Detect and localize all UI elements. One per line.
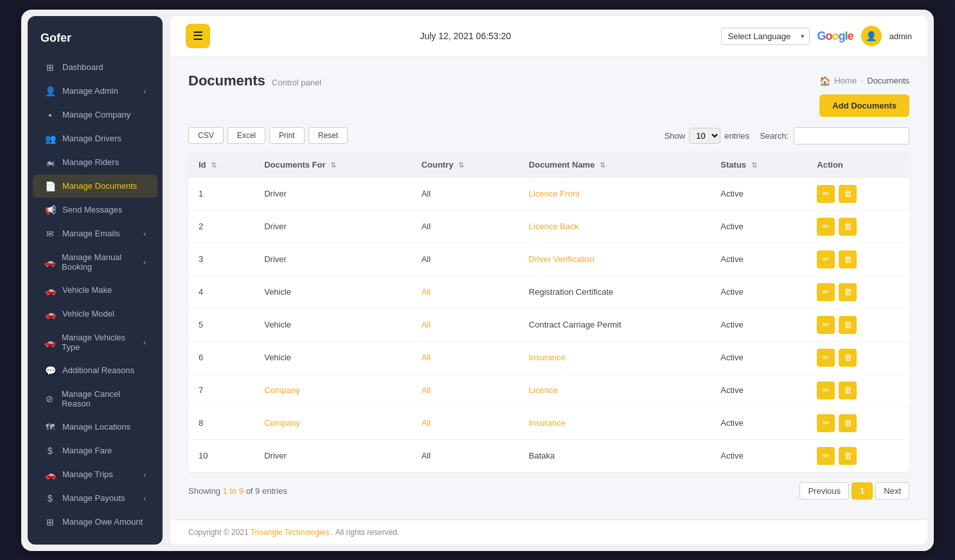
search-input[interactable] xyxy=(794,127,909,144)
delete-button[interactable]: 🗑 xyxy=(839,349,857,367)
footer-text: Copyright © 2021 xyxy=(188,528,251,537)
footer-link[interactable]: Trioangle Technologies xyxy=(251,528,330,537)
sidebar-icon: 📢 xyxy=(44,205,56,215)
topbar: ☰ July 12, 2021 06:53:20 Select Language… xyxy=(170,16,927,57)
prev-button[interactable]: Previous xyxy=(799,482,849,500)
sidebar-item-send-messages[interactable]: 📢 Send Messages xyxy=(33,198,157,222)
sidebar-item-label: Manage Emails xyxy=(62,229,120,238)
table-row: 2 Driver All Licence Back Active ✏ 🗑 xyxy=(188,210,909,243)
sidebar-icon: ⊞ xyxy=(44,517,56,527)
delete-button[interactable]: 🗑 xyxy=(839,283,857,301)
excel-button[interactable]: Excel xyxy=(228,127,265,144)
delete-button[interactable]: 🗑 xyxy=(839,381,857,399)
cell-id: 6 xyxy=(188,341,254,374)
sidebar-icon: 🏍 xyxy=(44,157,56,168)
hamburger-icon: ☰ xyxy=(193,29,203,43)
cell-country: All xyxy=(411,177,519,210)
table-header-row: Id ⇅ Documents For ⇅ Country ⇅ Document … xyxy=(188,152,909,178)
delete-button[interactable]: 🗑 xyxy=(839,447,857,465)
sidebar-item-manage-admin[interactable]: 👤 Manage Admin ‹ xyxy=(33,80,157,103)
sidebar-item-manage-payouts[interactable]: $ Manage Payouts ‹ xyxy=(33,487,157,510)
delete-button[interactable]: 🗑 xyxy=(839,218,857,236)
sidebar-item-label: Manage Company xyxy=(62,110,130,119)
sidebar-item-label: Dashboard xyxy=(62,62,103,72)
reset-button[interactable]: Reset xyxy=(308,127,348,144)
table-row: 5 Vehicle All Contract Carriage Permit A… xyxy=(188,308,909,341)
chevron-icon: ‹ xyxy=(143,230,146,238)
sidebar-icon: ▪ xyxy=(44,110,56,120)
sidebar-item-manage-riders[interactable]: 🏍 Manage Riders xyxy=(33,151,157,174)
sidebar-item-manage-documents[interactable]: 📄 Manage Documents xyxy=(33,175,157,198)
entries-label: entries xyxy=(724,131,749,141)
table-row: 7 Company All Licence Active ✏ 🗑 xyxy=(188,374,909,407)
delete-button[interactable]: 🗑 xyxy=(839,185,857,203)
sidebar-item-vehicle-make[interactable]: 🚗 Vehicle Make xyxy=(33,279,157,302)
delete-button[interactable]: 🗑 xyxy=(839,414,857,432)
cell-document-name: Licence xyxy=(519,374,711,407)
next-button[interactable]: Next xyxy=(875,482,909,500)
edit-button[interactable]: ✏ xyxy=(817,381,835,399)
delete-button[interactable]: 🗑 xyxy=(839,250,857,268)
csv-button[interactable]: CSV xyxy=(188,127,224,144)
sidebar-item-manage-drivers[interactable]: 👥 Manage Drivers xyxy=(33,127,157,150)
sidebar-item-label: Manage Manual Booking xyxy=(62,252,137,272)
breadcrumb-current: Documents xyxy=(867,76,909,85)
sidebar-item-manage-manual-booking[interactable]: 🚗 Manage Manual Booking ‹ xyxy=(33,246,157,278)
cell-document-name: Insurance xyxy=(519,407,711,439)
delete-button[interactable]: 🗑 xyxy=(839,316,857,334)
menu-button[interactable]: ☰ xyxy=(186,24,210,48)
pagination: Previous 1 Next xyxy=(799,482,909,500)
table-row: 1 Driver All Licence Front Active ✏ 🗑 xyxy=(188,177,909,210)
sidebar-item-manage-company[interactable]: ▪ Manage Company xyxy=(33,103,157,127)
col-id: Id ⇅ xyxy=(188,152,254,178)
sidebar-item-manage-fare[interactable]: $ Manage Fare xyxy=(33,439,157,462)
cell-documents-for: Driver xyxy=(254,243,411,276)
show-label: Show xyxy=(665,131,686,141)
sidebar-item-manage-cancel-reason[interactable]: ⊘ Manage Cancel Reason xyxy=(33,383,157,415)
col-action: Action xyxy=(807,152,909,178)
edit-button[interactable]: ✏ xyxy=(817,316,835,334)
cell-documents-for: Company xyxy=(254,374,411,407)
cell-country: All xyxy=(411,276,519,308)
sidebar-icon: ⊞ xyxy=(44,62,56,73)
sidebar-item-manage-trips[interactable]: 🚗 Manage Trips ‹ xyxy=(33,463,157,486)
cell-country: All xyxy=(411,243,519,276)
print-button[interactable]: Print xyxy=(269,127,305,144)
chevron-icon: ‹ xyxy=(143,87,146,95)
sidebar-item-manage-emails[interactable]: ✉ Manage Emails ‹ xyxy=(33,222,157,245)
sidebar-item-dashboard[interactable]: ⊞ Dashboard xyxy=(33,56,157,79)
language-select[interactable]: Select Language xyxy=(721,28,810,45)
page-1-button[interactable]: 1 xyxy=(852,482,873,500)
export-buttons: CSV Excel Print Reset xyxy=(188,127,348,144)
sidebar-item-manage-owe-amount[interactable]: ⊞ Manage Owe Amount xyxy=(33,511,157,534)
cell-documents-for: Vehicle xyxy=(254,341,411,374)
sidebar-item-label: Manage Vehicles Type xyxy=(62,333,137,352)
edit-button[interactable]: ✏ xyxy=(817,349,835,367)
sidebar-item-additional-reasons[interactable]: 💬 Additional Reasons xyxy=(33,359,157,382)
edit-button[interactable]: ✏ xyxy=(817,447,835,465)
sidebar-item-label: Manage Drivers xyxy=(62,134,121,143)
cell-id: 10 xyxy=(188,439,254,472)
chevron-icon: ‹ xyxy=(143,338,146,346)
sidebar-item-vehicle-model[interactable]: 🚗 Vehicle Model xyxy=(33,302,157,326)
cell-document-name: Bataka xyxy=(519,439,711,472)
sidebar-item-manage-locations[interactable]: 🗺 Manage Locations xyxy=(33,416,157,439)
edit-button[interactable]: ✏ xyxy=(817,250,835,268)
edit-button[interactable]: ✏ xyxy=(817,414,835,432)
edit-button[interactable]: ✏ xyxy=(817,185,835,203)
col-country: Country ⇅ xyxy=(411,152,519,178)
cell-id: 1 xyxy=(188,177,254,210)
search-label: Search: xyxy=(760,131,789,141)
entries-select[interactable]: 10 25 50 xyxy=(689,128,720,144)
cell-status: Active xyxy=(710,177,807,210)
sidebar-icon: 💬 xyxy=(44,365,56,376)
sidebar-item-label: Manage Trips xyxy=(62,469,113,479)
edit-button[interactable]: ✏ xyxy=(817,218,835,236)
cell-document-name: Contract Carriage Permit xyxy=(519,308,711,341)
edit-button[interactable]: ✏ xyxy=(817,283,835,301)
add-documents-button[interactable]: Add Documents xyxy=(819,94,909,117)
cell-id: 5 xyxy=(188,308,254,341)
sidebar-icon: 📄 xyxy=(44,181,56,191)
content-area: Documents Control panel 🏠 Home › Documen… xyxy=(170,57,927,520)
sidebar-item-manage-vehicles-type[interactable]: 🚗 Manage Vehicles Type ‹ xyxy=(33,326,157,358)
